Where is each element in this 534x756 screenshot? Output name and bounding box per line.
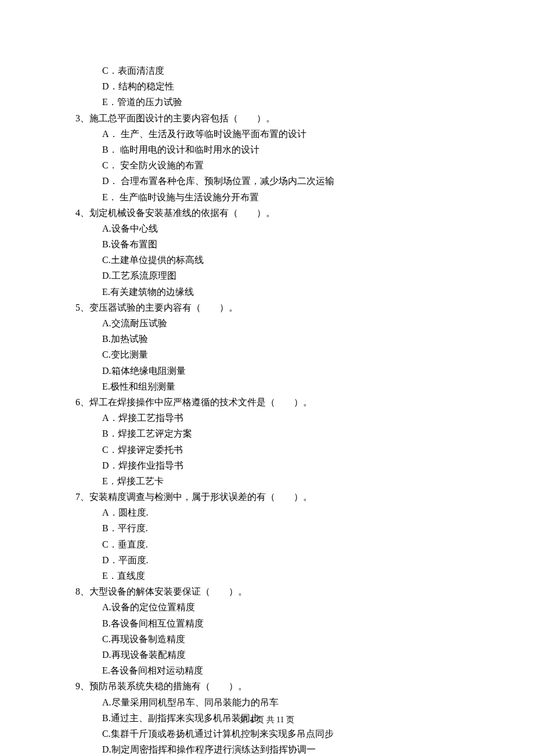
option-6b: B．焊接工艺评定方案 xyxy=(75,426,482,441)
option-4a: A.设备中心线 xyxy=(75,221,482,236)
option-3b: B． 临时用电的设计和临时用水的设计 xyxy=(75,142,482,157)
option-4b: B.设备布置图 xyxy=(75,236,482,252)
option-3e: E． 生产临时设施与生活设施分开布置 xyxy=(75,189,482,205)
option-5d: D.箱体绝缘电阻测量 xyxy=(75,363,482,379)
option-6e: E．焊接工艺卡 xyxy=(75,473,482,489)
option-9d: D.制定周密指挥和操作程序进行演练达到指挥协调一 xyxy=(75,741,482,756)
option-5c: C.变比测量 xyxy=(75,347,482,362)
option-2c: C．表面清洁度 xyxy=(75,63,482,78)
question-5: 5、变压器试验的主要内容有（ ）。 xyxy=(75,300,482,315)
option-8e: E.各设备间相对运动精度 xyxy=(75,663,482,678)
option-7e: E．直线度 xyxy=(75,568,482,584)
option-3c: C． 安全防火设施的布置 xyxy=(75,157,482,173)
option-7c: C．垂直度. xyxy=(75,537,482,552)
option-6c: C．焊接评定委托书 xyxy=(75,442,482,458)
option-3d: D． 合理布置各种仓库、预制场位置，减少场内二次运输 xyxy=(75,173,482,189)
option-5e: E.极性和组别测量 xyxy=(75,379,482,394)
option-8a: A.设备的定位位置精度 xyxy=(75,599,482,615)
option-8c: C.再现设备制造精度 xyxy=(75,631,482,647)
question-4: 4、划定机械设备安装基准线的依据有（ ）。 xyxy=(75,205,482,221)
document-content: C．表面清洁度 D．结构的稳定性 E．管道的压力试验 3、施工总平面图设计的主要… xyxy=(75,63,482,756)
option-8b: B.各设备间相互位置精度 xyxy=(75,615,482,631)
option-6d: D．焊接作业指导书 xyxy=(75,458,482,473)
option-2d: D．结构的稳定性 xyxy=(75,78,482,94)
option-6a: A．焊接工艺指导书 xyxy=(75,410,482,426)
option-9c: C.集群千斤顶或卷扬机通过计算机控制来实现多吊点同步 xyxy=(75,726,482,741)
option-9a: A.尽量采用同机型吊车、同吊装能力的吊车 xyxy=(75,694,482,710)
option-4d: D.工艺系流原理图 xyxy=(75,268,482,283)
option-8d: D.再现设备装配精度 xyxy=(75,647,482,663)
option-4e: E.有关建筑物的边缘线 xyxy=(75,284,482,300)
option-5b: B.加热试验 xyxy=(75,331,482,347)
option-7a: A．圆柱度. xyxy=(75,505,482,520)
option-3a: A． 生产、生活及行政等临时设施平面布置的设计 xyxy=(75,126,482,142)
option-2e: E．管道的压力试验 xyxy=(75,94,482,110)
question-7: 7、安装精度调查与检测中，属于形状误差的有（ ）。 xyxy=(75,489,482,505)
question-9: 9、预防吊装系统失稳的措施有（ ）。 xyxy=(75,678,482,694)
question-3: 3、施工总平面图设计的主要内容包括（ ）。 xyxy=(75,110,482,126)
page-footer: 第 4 页 共 11 页 xyxy=(0,713,534,727)
option-5a: A.交流耐压试验 xyxy=(75,315,482,331)
question-8: 8、大型设备的解体安装要保证（ ）。 xyxy=(75,584,482,599)
option-4c: C.土建单位提供的标高线 xyxy=(75,252,482,268)
option-7b: B．平行度. xyxy=(75,520,482,536)
option-7d: D．平面度. xyxy=(75,552,482,568)
question-6: 6、焊工在焊接操作中应严格遵循的技术文件是（ ）。 xyxy=(75,394,482,410)
